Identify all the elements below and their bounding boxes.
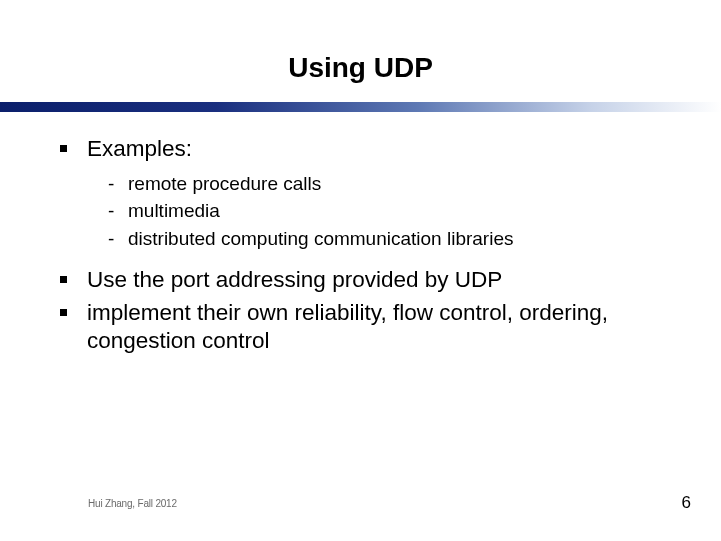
footer-author: Hui Zhang, Fall 2012 bbox=[88, 498, 177, 509]
content-area: Examples: - remote procedure calls - mul… bbox=[60, 135, 691, 364]
slide-title: Using UDP bbox=[0, 52, 721, 84]
sub-bullet-item: - remote procedure calls bbox=[108, 172, 691, 197]
sub-bullet-text: remote procedure calls bbox=[128, 172, 321, 197]
bullet-text: Examples: bbox=[87, 135, 192, 164]
sub-bullet-item: - multimedia bbox=[108, 199, 691, 224]
page-number: 6 bbox=[682, 493, 691, 513]
bullet-text: implement their own reliability, flow co… bbox=[87, 299, 691, 357]
title-divider bbox=[0, 102, 721, 112]
bullet-text: Use the port addressing provided by UDP bbox=[87, 266, 502, 295]
sub-bullet-group: - remote procedure calls - multimedia - … bbox=[108, 172, 691, 252]
square-bullet-icon bbox=[60, 276, 67, 283]
dash-icon: - bbox=[108, 199, 122, 224]
dash-icon: - bbox=[108, 172, 122, 197]
sub-bullet-item: - distributed computing communication li… bbox=[108, 227, 691, 252]
dash-icon: - bbox=[108, 227, 122, 252]
square-bullet-icon bbox=[60, 309, 67, 316]
slide: Using UDP Examples: - remote procedure c… bbox=[0, 0, 721, 541]
bullet-item: Examples: bbox=[60, 135, 691, 164]
square-bullet-icon bbox=[60, 145, 67, 152]
bullet-item: Use the port addressing provided by UDP bbox=[60, 266, 691, 295]
bullet-item: implement their own reliability, flow co… bbox=[60, 299, 691, 357]
sub-bullet-text: distributed computing communication libr… bbox=[128, 227, 513, 252]
sub-bullet-text: multimedia bbox=[128, 199, 220, 224]
